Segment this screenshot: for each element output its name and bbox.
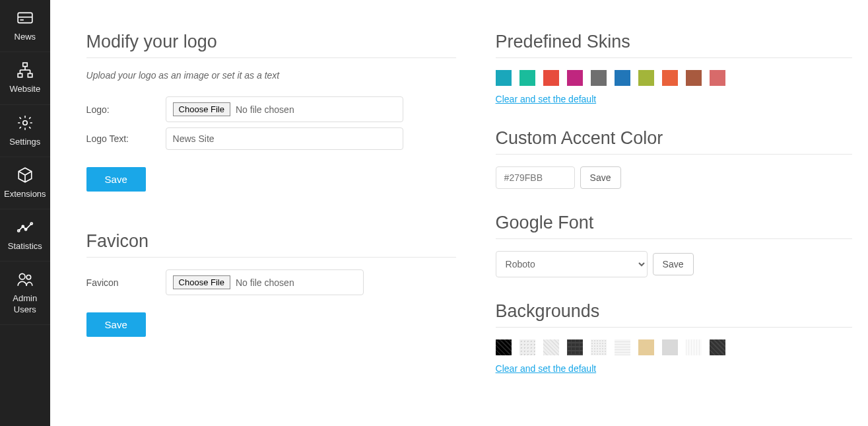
save-logo-button[interactable]: Save xyxy=(86,167,146,192)
favicon-file-row: Favicon Choose File No file chosen xyxy=(86,269,456,295)
main-content: Modify your logo Upload your logo as an … xyxy=(50,0,868,426)
file-status: No file chosen xyxy=(236,277,294,288)
skin-swatch-3[interactable] xyxy=(567,70,583,86)
background-swatch-6[interactable] xyxy=(638,339,654,355)
svg-point-10 xyxy=(23,120,28,125)
divider xyxy=(496,57,852,58)
svg-rect-5 xyxy=(28,74,32,77)
svg-point-15 xyxy=(19,274,25,280)
choose-file-button[interactable]: Choose File xyxy=(173,102,230,116)
background-swatch-9[interactable] xyxy=(710,339,725,355)
skin-swatch-9[interactable] xyxy=(710,70,725,86)
divider xyxy=(86,257,456,258)
sidebar-item-label: Extensions xyxy=(4,189,46,199)
users-icon xyxy=(17,271,34,288)
sidebar-item-settings[interactable]: Settings xyxy=(0,105,50,157)
svg-rect-4 xyxy=(18,74,22,77)
sidebar-item-label: News xyxy=(15,32,36,42)
accent-color-input[interactable] xyxy=(496,166,575,189)
sidebar-item-statistics[interactable]: Statistics xyxy=(0,209,50,262)
divider xyxy=(496,238,852,239)
sitemap-icon xyxy=(17,61,34,79)
right-column: Predefined Skins Clear and set the defau… xyxy=(496,0,852,374)
skin-swatch-6[interactable] xyxy=(638,70,654,86)
divider xyxy=(496,154,852,155)
skin-swatch-1[interactable] xyxy=(519,70,535,86)
background-swatch-8[interactable] xyxy=(686,339,702,355)
clear-skins-link[interactable]: Clear and set the default xyxy=(496,94,597,104)
logo-label: Logo: xyxy=(86,104,166,115)
backgrounds-title: Backgrounds xyxy=(496,301,852,322)
sidebar-item-label: Statistics xyxy=(8,241,42,251)
background-swatch-1[interactable] xyxy=(519,339,535,355)
sidebar-item-label: Settings xyxy=(9,137,40,147)
skin-swatch-2[interactable] xyxy=(543,70,559,86)
divider xyxy=(496,327,852,328)
svg-point-16 xyxy=(26,275,30,280)
sidebar-item-label: Admin Users xyxy=(13,293,37,314)
google-font-title: Google Font xyxy=(496,213,852,233)
skin-swatch-0[interactable] xyxy=(496,70,512,86)
logo-file-input[interactable]: Choose File No file chosen xyxy=(166,96,403,122)
sidebar-item-label: Website xyxy=(9,84,40,94)
clear-backgrounds-link[interactable]: Clear and set the default xyxy=(496,363,597,374)
file-status: No file chosen xyxy=(236,104,294,115)
favicon-label: Favicon xyxy=(86,277,166,288)
background-swatch-4[interactable] xyxy=(591,339,607,355)
background-swatch-5[interactable] xyxy=(615,339,630,355)
background-swatch-7[interactable] xyxy=(662,339,678,355)
logo-text-label: Logo Text: xyxy=(86,133,166,144)
favicon-file-input[interactable]: Choose File No file chosen xyxy=(166,269,364,295)
card-icon xyxy=(17,9,34,26)
logo-text-input[interactable] xyxy=(166,127,403,150)
logo-text-row: Logo Text: xyxy=(86,127,456,150)
cube-icon xyxy=(17,166,34,184)
modify-logo-title: Modify your logo xyxy=(86,32,456,52)
save-favicon-button[interactable]: Save xyxy=(86,312,146,337)
sidebar-item-extensions[interactable]: Extensions xyxy=(0,157,50,209)
font-row: Roboto Save xyxy=(496,251,852,277)
background-swatches xyxy=(496,339,852,355)
choose-file-button[interactable]: Choose File xyxy=(173,275,230,289)
skin-swatch-7[interactable] xyxy=(662,70,678,86)
logo-file-row: Logo: Choose File No file chosen xyxy=(86,96,456,122)
svg-rect-0 xyxy=(18,13,32,22)
save-font-button[interactable]: Save xyxy=(653,253,694,275)
background-swatch-3[interactable] xyxy=(567,339,583,355)
save-accent-button[interactable]: Save xyxy=(580,166,621,189)
custom-accent-title: Custom Accent Color xyxy=(496,128,852,149)
accent-row: Save xyxy=(496,166,852,189)
skin-swatch-4[interactable] xyxy=(591,70,607,86)
background-swatch-0[interactable] xyxy=(496,339,512,355)
logo-hint: Upload your logo as an image or set it a… xyxy=(86,70,456,81)
background-swatch-2[interactable] xyxy=(543,339,559,355)
sidebar: News Website Settings Extensions Statist… xyxy=(0,0,50,426)
gear-icon xyxy=(17,114,34,131)
svg-rect-3 xyxy=(23,63,28,66)
sidebar-item-news[interactable]: News xyxy=(0,0,50,52)
skin-swatch-5[interactable] xyxy=(615,70,630,86)
sidebar-item-admin-users[interactable]: Admin Users xyxy=(0,262,50,325)
left-column: Modify your logo Upload your logo as an … xyxy=(86,0,456,374)
font-select[interactable]: Roboto xyxy=(496,251,648,277)
skin-swatches xyxy=(496,70,852,86)
predefined-skins-title: Predefined Skins xyxy=(496,32,852,52)
divider xyxy=(86,57,456,58)
sidebar-item-website[interactable]: Website xyxy=(0,52,50,104)
chart-icon xyxy=(17,219,34,236)
favicon-title: Favicon xyxy=(86,231,456,252)
skin-swatch-8[interactable] xyxy=(686,70,702,86)
